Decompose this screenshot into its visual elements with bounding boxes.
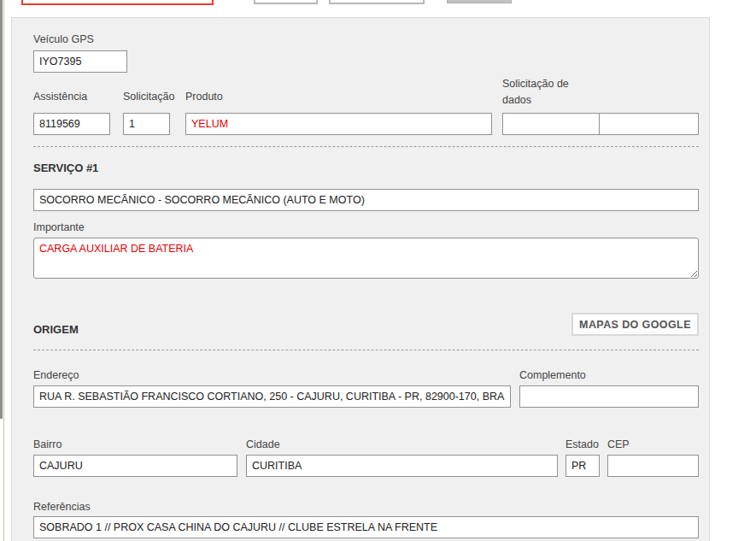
divider-dashed-2 [33,350,699,350]
complement-input[interactable] [519,385,699,408]
window-edge-scrollbar [0,0,3,419]
tab-button-4[interactable] [447,0,512,3]
service-form-panel: Veículo GPS Assistência Solicitação Prod… [11,17,710,541]
vehicle-gps-label: Veículo GPS [33,33,94,45]
origin-heading: ORIGEM [33,323,79,336]
complement-label: Complemento [519,369,586,381]
district-input[interactable] [33,455,237,477]
tab-button-2[interactable] [254,0,318,4]
city-input[interactable] [246,455,558,477]
tab-active-red[interactable] [21,0,214,5]
references-label: Referências [33,501,91,513]
assistance-input[interactable] [33,113,110,135]
state-label: Estado [566,438,599,450]
district-label: Bairro [33,438,62,450]
solicitation-label: Solicitação [123,91,174,103]
product-input[interactable] [185,113,492,135]
google-maps-button[interactable]: MAPAS DO GOOGLE [571,313,699,336]
references-input[interactable] [33,516,699,538]
assistance-label: Assistência [33,91,87,103]
product-label: Produto [185,91,223,103]
zip-label: CEP [607,438,630,450]
service-input[interactable] [33,189,699,211]
state-input[interactable] [566,455,600,477]
address-label: Endereço [33,369,79,381]
tab-button-3[interactable] [329,0,425,4]
city-label: Cidade [246,438,280,450]
divider-dashed-1 [33,146,699,147]
data-request-input-2[interactable] [599,113,699,135]
solicitation-input[interactable] [123,113,170,135]
data-request-input-1[interactable] [502,113,600,135]
window-edge-line [3,0,4,541]
important-label: Importante [33,221,85,233]
address-input[interactable] [33,385,511,408]
data-request-label: Solicitação de dados [502,76,601,109]
zip-input[interactable] [607,455,699,477]
vehicle-gps-input[interactable] [33,50,127,73]
service-heading: SERVIÇO #1 [33,162,98,174]
important-textarea[interactable]: CARGA AUXILIAR DE BATERIA [33,238,699,279]
